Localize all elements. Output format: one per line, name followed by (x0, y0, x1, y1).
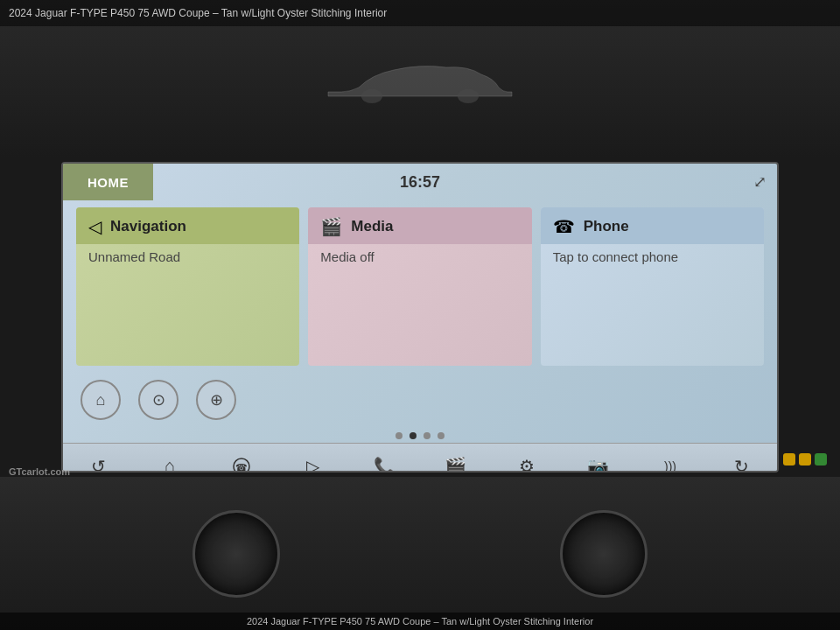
phone-circle-icon: ☎ (232, 457, 251, 473)
settings-nav-button[interactable]: ⚙ (506, 449, 548, 473)
repeat-nav-button[interactable]: ↻ (720, 449, 762, 473)
home-tab[interactable]: HOME (63, 164, 153, 200)
svg-text:))): ))) (664, 459, 676, 473)
page-title-text: 2024 Jaguar F-TYPE P450 75 AWD Coupe – T… (9, 7, 387, 19)
navigation-tile-title: Navigation (110, 218, 186, 235)
car-silhouette-icon (324, 48, 516, 109)
phone-tile-header: ☎ Phone (541, 207, 764, 244)
media-tile[interactable]: 🎬 Media Media off (308, 207, 531, 366)
corner-dots (783, 453, 827, 466)
camera-nav-button[interactable]: 📷 (578, 449, 620, 473)
page-dot-4[interactable] (438, 432, 444, 439)
media-nav-button[interactable]: 🎬 (435, 449, 477, 473)
wireless-icon: ))) (661, 457, 680, 473)
media-tile-header: 🎬 Media (308, 207, 531, 244)
apps-circle-button[interactable]: ⊕ (196, 380, 236, 420)
phone-tile-title: Phone (584, 218, 629, 235)
search-circle-button[interactable]: ⊙ (138, 380, 178, 420)
call-nav-button[interactable]: 📞 (363, 449, 405, 473)
corner-dot-1 (783, 453, 795, 466)
page-subtitle-bar: 2024 Jaguar F-TYPE P450 75 AWD Coupe – T… (0, 612, 840, 630)
svg-point-0 (361, 89, 382, 103)
right-vent (560, 510, 648, 598)
close-button[interactable]: ⤢ (753, 172, 766, 192)
media-icon: 🎬 (320, 216, 342, 237)
phone-tile[interactable]: ☎ Phone Tap to connect phone (541, 207, 764, 366)
screen-clock: 16:57 (400, 173, 440, 192)
phone-tile-subtitle: Tap to connect phone (541, 244, 764, 270)
home-nav-button[interactable]: ⌂ (149, 449, 191, 473)
media-tile-title: Media (351, 218, 393, 235)
back-button[interactable]: ↺ (78, 449, 120, 473)
navigation-icon: ◁ (88, 216, 102, 237)
watermark-gtcarlot: GTcarlot.com (9, 466, 70, 477)
page-dot-1[interactable] (396, 432, 402, 439)
screen-header: HOME 16:57 ⤢ (63, 164, 777, 200)
wireless-nav-button[interactable]: ))) (649, 449, 691, 473)
corner-dot-2 (799, 453, 811, 466)
center-console-spacer (332, 545, 508, 563)
bottom-nav-bar: ↺ ⌂ ☎ ▷ 📞 🎬 ⚙ 📷 ))) ↻ (63, 443, 777, 472)
svg-point-1 (458, 89, 479, 103)
corner-dot-3 (815, 453, 827, 466)
tiles-area: ◁ Navigation Unnamed Road 🎬 Media Media … (63, 200, 777, 371)
home-circle-button[interactable]: ⌂ (80, 380, 121, 420)
page-title-bar: 2024 Jaguar F-TYPE P450 75 AWD Coupe – T… (0, 0, 840, 26)
page-dot-3[interactable] (424, 432, 430, 439)
infotainment-screen: HOME 16:57 ⤢ ◁ Navigation Unnamed Road 🎬… (61, 162, 779, 472)
navigation-tile-subtitle: Unnamed Road (76, 244, 299, 270)
phone-circle-nav-button[interactable]: ☎ (220, 449, 262, 473)
left-vent (192, 510, 280, 598)
icon-buttons-area: ⌂ ⊙ ⊕ (63, 371, 777, 429)
page-subtitle-text: 2024 Jaguar F-TYPE P450 75 AWD Coupe – T… (247, 616, 593, 626)
svg-text:☎: ☎ (235, 462, 248, 472)
media-tile-subtitle: Media off (308, 244, 531, 270)
page-dot-2[interactable] (410, 432, 416, 439)
navigation-nav-button[interactable]: ▷ (292, 449, 334, 473)
dashboard-area (0, 477, 840, 630)
navigation-tile[interactable]: ◁ Navigation Unnamed Road (76, 207, 299, 366)
navigation-tile-header: ◁ Navigation (76, 207, 299, 244)
phone-icon: ☎ (553, 216, 575, 237)
page-dots (63, 429, 777, 443)
